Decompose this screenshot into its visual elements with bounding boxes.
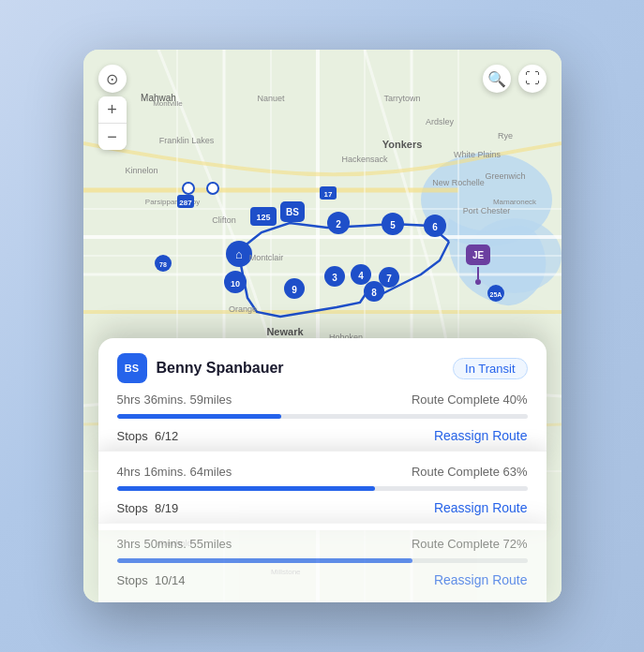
svg-text:Kinnelon: Kinnelon [125,166,157,175]
progress-fill-1 [117,414,281,419]
svg-text:2: 2 [336,219,341,230]
svg-text:Montville: Montville [153,99,183,108]
progress-bar-3 [117,558,528,563]
card-footer-2: Stops 8/19 Reassign Route [117,500,528,515]
svg-text:Rye: Rye [497,131,512,141]
svg-text:Hackensack: Hackensack [341,155,388,164]
stops-3: Stops 10/14 [117,573,186,587]
route-card-1: BS Benny Spanbauer In Transit 5hrs 36min… [98,338,547,458]
svg-text:7: 7 [386,274,392,284]
avatar-1: BS [117,353,147,383]
svg-text:287: 287 [179,199,192,207]
svg-text:⌂: ⌂ [235,247,243,261]
progress-fill-2 [117,486,376,491]
svg-text:Clifton: Clifton [212,215,236,225]
search-icon: 🔍 [487,70,506,88]
svg-text:4: 4 [358,271,364,281]
svg-text:Orange: Orange [228,304,256,314]
time-distance-1: 5hrs 36mins. 59miles [117,393,232,407]
svg-text:6: 6 [432,222,438,232]
completion-1: Route Complete 40% [412,393,528,407]
stops-2: Stops 8/19 [117,501,179,515]
route-card-3: 3hrs 50mins. 55miles Route Complete 72% … [98,523,547,602]
map-controls-left: ⊙ + − [98,65,127,150]
svg-text:Mamaroneck: Mamaroneck [492,198,536,206]
cards-panel: BS Benny Spanbauer In Transit 5hrs 36min… [83,338,562,602]
svg-point-74 [207,183,218,194]
svg-text:3: 3 [332,273,337,283]
svg-text:New Rochelle: New Rochelle [432,178,485,187]
svg-text:Franklin Lakes: Franklin Lakes [158,136,214,145]
locate-icon: ⊙ [106,70,118,88]
search-button[interactable]: 🔍 [483,65,511,93]
svg-point-73 [183,183,194,194]
zoom-out-button[interactable]: − [98,124,127,150]
svg-text:BS: BS [286,207,299,217]
zoom-controls: + − [98,96,127,150]
svg-text:25A: 25A [489,291,502,298]
svg-text:5: 5 [390,220,396,230]
reassign-button-2[interactable]: Reassign Route [434,500,528,515]
progress-fill-3 [117,558,412,563]
map-controls-right: 🔍 ⛶ [483,65,547,93]
svg-text:Yonkers: Yonkers [382,139,422,150]
time-distance-3: 3hrs 50mins. 55miles [117,537,232,551]
svg-text:Tarrytown: Tarrytown [383,94,420,103]
completion-3: Route Complete 72% [412,537,528,551]
fullscreen-button[interactable]: ⛶ [518,65,547,93]
card-footer-1: Stops 6/12 Reassign Route [117,428,528,443]
route-stats-1: 5hrs 36mins. 59miles Route Complete 40% [117,393,528,407]
svg-point-42 [475,279,481,285]
progress-bar-1 [117,414,528,419]
completion-2: Route Complete 63% [412,465,528,479]
locate-button[interactable]: ⊙ [98,65,127,93]
svg-text:8: 8 [371,288,377,298]
svg-text:78: 78 [159,261,167,268]
status-badge-1: In Transit [453,358,527,379]
svg-text:10: 10 [230,279,239,289]
svg-text:Montclair: Montclair [248,253,283,262]
svg-text:Greenwich: Greenwich [485,171,525,181]
time-distance-2: 4hrs 16mins. 64miles [117,465,232,479]
card-1-header: BS Benny Spanbauer In Transit [117,353,528,383]
zoom-in-button[interactable]: + [98,96,127,123]
card-footer-3: Stops 10/14 Reassign Route [117,572,528,587]
svg-text:JE: JE [472,250,484,260]
svg-text:White Plains: White Plains [453,150,501,159]
stops-1: Stops 6/12 [117,429,179,443]
map-container: 2 5 6 125 BS ⌂ 10 9 4 3 7 8 [83,50,562,602]
fullscreen-icon: ⛶ [525,70,540,87]
driver-name-1: Benny Spanbauer [157,360,284,377]
svg-text:Newark: Newark [266,326,304,337]
svg-text:Nanuet: Nanuet [257,94,285,103]
driver-info-1: BS Benny Spanbauer [117,353,284,383]
progress-bar-2 [117,486,528,491]
svg-text:17: 17 [323,190,332,199]
svg-text:125: 125 [256,213,270,222]
svg-text:Ardsley: Ardsley [425,117,454,126]
route-card-2: 4hrs 16mins. 64miles Route Complete 63% … [98,451,547,530]
reassign-button-1[interactable]: Reassign Route [434,428,528,443]
svg-text:9: 9 [292,285,297,295]
route-stats-2: 4hrs 16mins. 64miles Route Complete 63% [117,465,528,479]
svg-text:Port Chester: Port Chester [462,206,510,215]
reassign-button-3[interactable]: Reassign Route [434,572,528,587]
route-stats-3: 3hrs 50mins. 55miles Route Complete 72% [117,537,528,551]
